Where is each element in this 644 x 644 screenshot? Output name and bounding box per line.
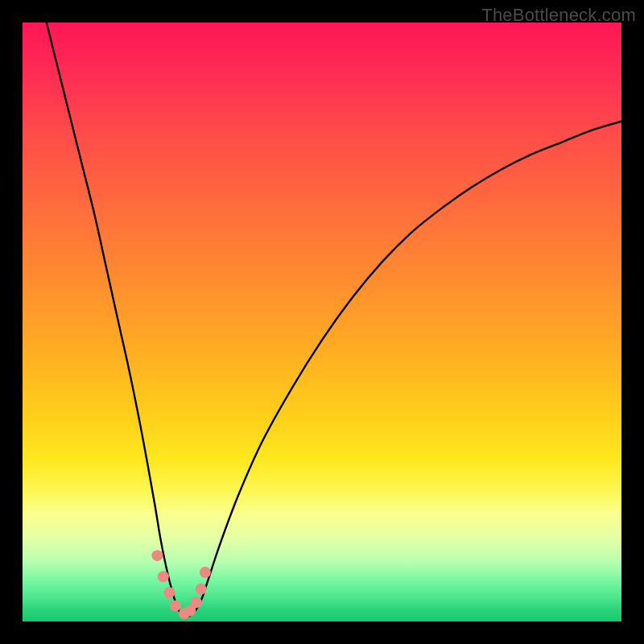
curve-layer	[23, 23, 621, 621]
chart-frame: TheBottleneck.com	[0, 0, 644, 644]
trough-marker	[200, 567, 211, 578]
trough-marker	[196, 584, 207, 595]
trough-marker	[163, 587, 175, 598]
bottleneck-curve	[47, 23, 621, 616]
trough-marker	[170, 601, 181, 612]
trough-marker	[151, 550, 163, 561]
watermark-text: TheBottleneck.com	[481, 5, 636, 26]
trough-marker	[158, 571, 169, 582]
trough-markers	[151, 550, 211, 619]
plot-area	[23, 23, 621, 621]
trough-marker	[191, 597, 202, 608]
